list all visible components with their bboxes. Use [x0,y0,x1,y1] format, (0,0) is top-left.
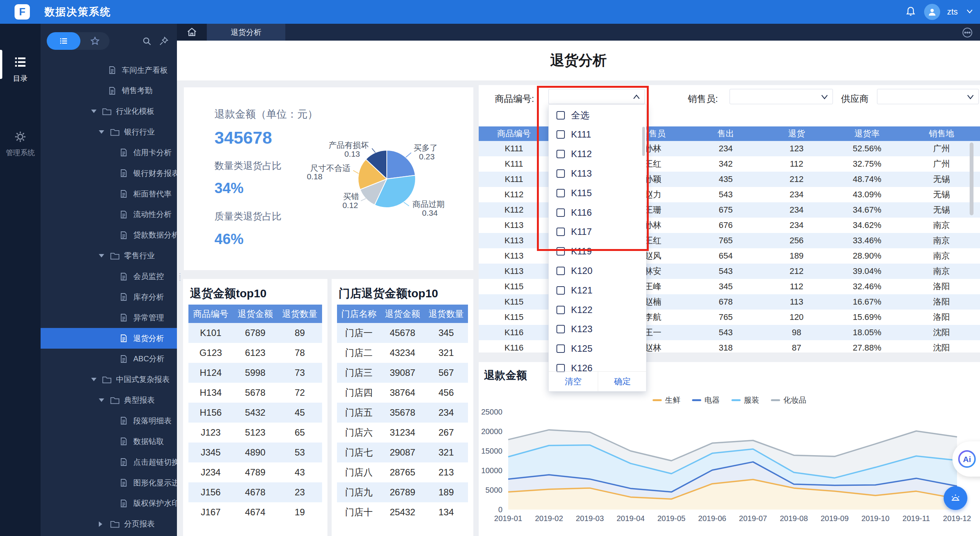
table-row[interactable]: H156543245 [188,403,322,423]
dropdown-scrollbar[interactable] [642,127,645,156]
table-row[interactable]: J123512365 [188,423,322,443]
table-row[interactable]: H134567872 [188,383,322,403]
legend-item-服装[interactable]: 服装 [731,395,759,405]
salesperson-select[interactable] [730,89,833,104]
table-row[interactable]: J234478943 [188,462,322,482]
table-row[interactable]: K101678989 [188,323,322,343]
table-row[interactable]: H124599873 [188,363,322,383]
checkbox-icon[interactable] [556,306,565,314]
supplier-select[interactable] [877,89,979,104]
table-row[interactable]: 门店四38764456 [337,383,468,403]
column-header[interactable]: 售出 [686,126,766,141]
table-row[interactable]: G123612378 [188,343,322,363]
table-row[interactable]: 门店八28765213 [337,462,468,482]
sidebar-item-16[interactable]: 中国式复杂报表 [41,369,177,390]
column-header[interactable]: 销售地 [907,126,976,141]
table-row[interactable]: 门店七29087321 [337,443,468,462]
column-header[interactable]: 退货率 [827,126,907,141]
sidebar-item-1[interactable]: 车间生产看板 [41,60,177,80]
dropdown-option-K125[interactable]: K125 [549,339,647,359]
sidebar-item-18[interactable]: 段落明细表 [41,410,177,431]
column-header[interactable]: 商品编号 [479,126,549,141]
checkbox-icon[interactable] [556,286,565,295]
sidebar-item-4[interactable]: 银行行业 [41,122,177,143]
sidebar-item-20[interactable]: 点击超链切换sheet [41,452,177,472]
dropdown-option-K120[interactable]: K120 [549,261,647,280]
app-logo[interactable]: F [15,4,30,20]
tab-more-icon[interactable] [962,27,973,40]
alarm-button[interactable] [944,486,967,510]
dropdown-option-K115[interactable]: K115 [549,183,647,203]
sidebar-item-15[interactable]: ABC分析 [41,349,177,369]
legend-item-电器[interactable]: 电器 [692,395,720,405]
checkbox-icon[interactable] [556,111,565,120]
checkbox-icon[interactable] [556,344,565,353]
sidebar-item-2[interactable]: 销售考勤 [41,80,177,101]
expand-arrow-icon[interactable] [99,130,104,134]
checkbox-icon[interactable] [556,208,565,217]
sidebar-item-6[interactable]: 银行财务报表 [41,163,177,184]
expand-arrow-icon[interactable] [91,110,97,113]
sidebar-item-23[interactable]: 分页报表 [41,514,177,534]
tree-view-button[interactable] [47,32,80,50]
dropdown-option-K123[interactable]: K123 [549,320,647,339]
sidebar-search-icon[interactable] [142,36,152,48]
checkbox-icon[interactable] [556,189,565,197]
dropdown-option-K113[interactable]: K113 [549,164,647,183]
checkbox-icon[interactable] [556,325,565,333]
table-row[interactable]: 门店三39087567 [337,363,468,383]
dropdown-option-K119[interactable]: K119 [549,242,647,261]
home-tab[interactable] [177,24,207,41]
dropdown-option-K121[interactable]: K121 [549,280,647,300]
dropdown-confirm-button[interactable]: 确定 [598,372,647,391]
legend-item-生鲜[interactable]: 生鲜 [653,395,681,405]
sidebar-item-7[interactable]: 柜面替代率 [41,184,177,204]
sidebar-item-10[interactable]: 零售行业 [41,246,177,266]
checkbox-icon[interactable] [556,150,565,158]
checkbox-icon[interactable] [556,247,565,256]
table-scrollbar[interactable] [970,143,973,215]
sidebar-pin-icon[interactable] [159,36,169,48]
expand-arrow-icon[interactable] [91,378,97,381]
column-header[interactable]: 退货 [766,126,827,141]
checkbox-icon[interactable] [556,267,565,275]
expand-arrow-icon[interactable] [99,398,104,402]
sidebar-item-11[interactable]: 会员监控 [41,266,177,287]
favorites-view-button[interactable] [80,32,110,50]
rail-item-admin[interactable]: 管理系统 [0,130,41,158]
return-reason-pie-chart[interactable]: 买多了0.23商品过期0.34买错0.12尺寸不合适0.18产品有损坏0.13 [184,87,473,270]
refund-area-chart[interactable]: 05000100001500020000250002019-012019-022… [479,406,980,536]
product-code-select[interactable] [548,89,645,104]
dropdown-option-K126[interactable]: K126 [549,358,647,372]
checkbox-icon[interactable] [556,228,565,236]
dropdown-option-K112[interactable]: K112 [549,144,647,164]
table-row[interactable]: 门店五35678234 [337,403,468,423]
sidebar-item-5[interactable]: 信用卡分析 [41,142,177,163]
sidebar-item-8[interactable]: 流动性分析 [41,204,177,225]
sidebar-item-13[interactable]: 异常管理 [41,307,177,328]
sidebar-item-9[interactable]: 贷款数据分析 [41,225,177,246]
dropdown-option-select-all[interactable]: 全选 [549,105,647,125]
dropdown-option-K117[interactable]: K117 [549,222,647,242]
checkbox-icon[interactable] [556,364,565,372]
dropdown-option-K111[interactable]: K111 [549,125,647,144]
table-row[interactable]: J156467823 [188,482,322,502]
expand-arrow-icon[interactable] [99,254,104,257]
rail-item-catalog[interactable]: 目录 [0,55,41,84]
dropdown-option-K122[interactable]: K122 [549,300,647,320]
sidebar-item-17[interactable]: 典型报表 [41,390,177,411]
dropdown-option-K116[interactable]: K116 [549,203,647,222]
table-row[interactable]: J345489053 [188,443,322,462]
table-row[interactable]: 门店九26789189 [337,482,468,502]
user-avatar[interactable] [924,4,940,20]
user-chevron-down-icon[interactable] [965,6,975,18]
table-row[interactable]: 门店二43234321 [337,343,468,363]
sidebar-item-19[interactable]: 数据钻取 [41,431,177,452]
table-row[interactable]: 门店十25432134 [337,502,468,522]
legend-item-化妆品[interactable]: 化妆品 [771,395,807,405]
checkbox-icon[interactable] [556,130,565,139]
collapse-arrow-icon[interactable] [99,521,102,527]
sidebar-item-21[interactable]: 图形化显示进度条 [41,472,177,493]
dropdown-clear-button[interactable]: 清空 [549,372,598,391]
sidebar-item-12[interactable]: 库存分析 [41,287,177,307]
